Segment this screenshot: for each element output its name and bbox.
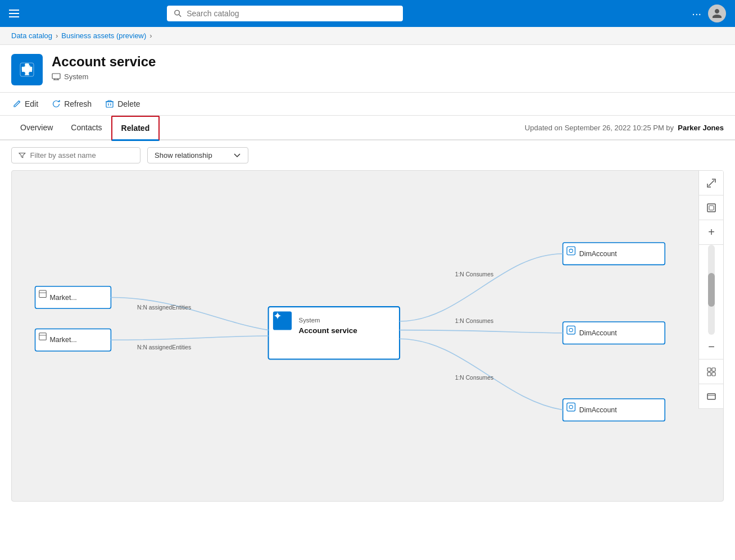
expand-button[interactable]	[699, 171, 724, 195]
fit-button[interactable]	[699, 195, 724, 220]
system-icon	[52, 72, 61, 81]
edit-icon	[12, 99, 21, 108]
svg-rect-24	[709, 206, 714, 210]
refresh-icon	[52, 99, 61, 108]
edge-left-2	[111, 336, 268, 340]
page-title-block: Account service System	[52, 54, 156, 81]
tabs: Overview Contacts Related Updated on Sep…	[0, 116, 735, 140]
center-node-subtitle: System	[299, 317, 320, 324]
page-title: Account service	[52, 54, 156, 70]
svg-line-1	[179, 15, 182, 17]
svg-rect-7	[106, 102, 113, 107]
diagram-controls: + −	[698, 171, 723, 409]
left-node-2-label: Market...	[49, 336, 76, 344]
header-right: ···	[692, 4, 726, 22]
user-icon	[711, 8, 723, 19]
diagram-area[interactable]: Market... Market... ✦ System Account ser…	[11, 170, 724, 502]
filter-icon	[19, 152, 26, 160]
tab-updated: Updated on September 26, 2022 10:25 PM b…	[525, 124, 724, 132]
edge-left-1	[111, 298, 268, 330]
puzzle-icon	[18, 61, 36, 79]
refresh-label: Refresh	[64, 99, 92, 108]
header: ···	[0, 0, 735, 27]
svg-rect-25	[707, 368, 711, 371]
asset-icon	[11, 54, 43, 85]
edge-right-2	[400, 330, 563, 333]
breadcrumb: Data catalog › Business assets (preview)…	[0, 27, 735, 45]
refresh-button[interactable]: Refresh	[51, 97, 93, 111]
hamburger-menu[interactable]	[9, 10, 19, 17]
tab-contacts[interactable]: Contacts	[62, 116, 111, 140]
svg-rect-26	[712, 368, 715, 371]
edge-right-2-label: 1:N Consumes	[455, 318, 494, 324]
page-header: Account service System	[0, 45, 735, 93]
svg-rect-23	[707, 204, 715, 212]
filter-input-container[interactable]	[11, 147, 140, 163]
updated-by: Parker Jones	[678, 124, 724, 132]
edge-right-3-label: 1:N Consumes	[455, 375, 494, 381]
dropdown-label: Show relationship	[155, 151, 212, 160]
svg-rect-27	[707, 372, 711, 376]
zoom-out-button[interactable]: −	[699, 335, 724, 359]
tab-overview[interactable]: Overview	[11, 116, 62, 140]
edge-right-1-label: 1:N Consumes	[455, 271, 494, 277]
page-subtitle: System	[52, 72, 156, 81]
svg-rect-28	[712, 372, 715, 376]
svg-rect-31	[707, 394, 715, 399]
filter-row: Show relationship	[0, 140, 735, 170]
delete-icon	[105, 99, 114, 108]
delete-button[interactable]: Delete	[104, 97, 141, 111]
frame-button[interactable]	[699, 384, 724, 409]
more-options-button[interactable]: ···	[692, 7, 701, 20]
avatar[interactable]	[708, 4, 726, 22]
edit-label: Edit	[25, 99, 38, 108]
right-node-2-label: DimAccount	[579, 329, 618, 337]
breadcrumb-business-assets[interactable]: Business assets (preview)	[61, 31, 146, 40]
left-node-1-label: Market...	[49, 294, 76, 302]
scrollbar-thumb[interactable]	[708, 273, 715, 307]
breadcrumb-data-catalog[interactable]: Data catalog	[11, 31, 52, 40]
search-icon	[174, 9, 182, 18]
right-node-1-label: DimAccount	[579, 250, 618, 258]
edit-button[interactable]: Edit	[11, 97, 39, 111]
svg-rect-3	[52, 74, 60, 79]
edge-right-1	[400, 254, 563, 321]
edge-left-1-label: N:N assignedEntities	[137, 304, 191, 311]
svg-text:✦: ✦	[273, 310, 282, 322]
delete-label: Delete	[117, 99, 140, 108]
tab-related[interactable]: Related	[111, 116, 160, 141]
toolbar: Edit Refresh Delete	[0, 93, 735, 116]
edge-left-2-label: N:N assignedEntities	[137, 344, 191, 350]
page-subtitle-text: System	[64, 72, 88, 81]
updated-text: Updated on September 26, 2022 10:25 PM b…	[525, 124, 674, 132]
show-relationship-dropdown[interactable]: Show relationship	[147, 147, 248, 163]
search-input[interactable]	[187, 9, 396, 18]
filter-asset-input[interactable]	[30, 151, 133, 160]
breadcrumb-sep-2: ›	[149, 31, 152, 40]
right-node-3-label: DimAccount	[579, 406, 618, 414]
diagram-canvas: Market... Market... ✦ System Account ser…	[12, 171, 723, 501]
center-node-title: Account service	[299, 326, 358, 335]
chevron-down-icon	[233, 152, 241, 160]
zoom-in-button[interactable]: +	[699, 220, 724, 245]
reset-layout-button[interactable]	[699, 359, 724, 384]
search-bar[interactable]	[167, 6, 403, 21]
breadcrumb-sep-1: ›	[56, 31, 58, 40]
svg-point-0	[175, 10, 179, 15]
